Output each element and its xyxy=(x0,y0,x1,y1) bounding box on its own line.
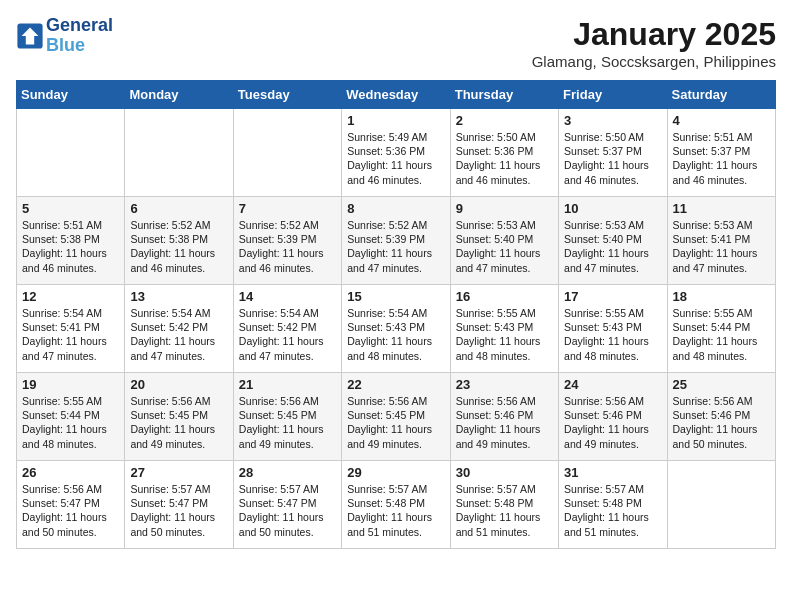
day-number: 19 xyxy=(22,377,119,392)
calendar-cell: 23Sunrise: 5:56 AM Sunset: 5:46 PM Dayli… xyxy=(450,373,558,461)
day-number: 9 xyxy=(456,201,553,216)
calendar-cell: 13Sunrise: 5:54 AM Sunset: 5:42 PM Dayli… xyxy=(125,285,233,373)
calendar-cell: 11Sunrise: 5:53 AM Sunset: 5:41 PM Dayli… xyxy=(667,197,775,285)
day-number: 22 xyxy=(347,377,444,392)
day-info: Sunrise: 5:52 AM Sunset: 5:39 PM Dayligh… xyxy=(239,218,336,275)
calendar-week-row: 12Sunrise: 5:54 AM Sunset: 5:41 PM Dayli… xyxy=(17,285,776,373)
day-number: 31 xyxy=(564,465,661,480)
day-info: Sunrise: 5:53 AM Sunset: 5:41 PM Dayligh… xyxy=(673,218,770,275)
calendar-cell: 8Sunrise: 5:52 AM Sunset: 5:39 PM Daylig… xyxy=(342,197,450,285)
day-number: 27 xyxy=(130,465,227,480)
calendar-cell: 12Sunrise: 5:54 AM Sunset: 5:41 PM Dayli… xyxy=(17,285,125,373)
day-info: Sunrise: 5:56 AM Sunset: 5:46 PM Dayligh… xyxy=(673,394,770,451)
day-number: 17 xyxy=(564,289,661,304)
day-number: 13 xyxy=(130,289,227,304)
logo: GeneralBlue xyxy=(16,16,113,56)
title-area: January 2025 Glamang, Soccsksargen, Phil… xyxy=(532,16,776,70)
day-info: Sunrise: 5:49 AM Sunset: 5:36 PM Dayligh… xyxy=(347,130,444,187)
calendar-cell xyxy=(667,461,775,549)
calendar-cell: 14Sunrise: 5:54 AM Sunset: 5:42 PM Dayli… xyxy=(233,285,341,373)
day-info: Sunrise: 5:57 AM Sunset: 5:48 PM Dayligh… xyxy=(456,482,553,539)
calendar-cell: 22Sunrise: 5:56 AM Sunset: 5:45 PM Dayli… xyxy=(342,373,450,461)
calendar-cell: 19Sunrise: 5:55 AM Sunset: 5:44 PM Dayli… xyxy=(17,373,125,461)
day-info: Sunrise: 5:53 AM Sunset: 5:40 PM Dayligh… xyxy=(456,218,553,275)
day-info: Sunrise: 5:54 AM Sunset: 5:42 PM Dayligh… xyxy=(239,306,336,363)
weekday-header-wednesday: Wednesday xyxy=(342,81,450,109)
weekday-header-friday: Friday xyxy=(559,81,667,109)
day-info: Sunrise: 5:56 AM Sunset: 5:45 PM Dayligh… xyxy=(239,394,336,451)
day-number: 7 xyxy=(239,201,336,216)
day-info: Sunrise: 5:55 AM Sunset: 5:44 PM Dayligh… xyxy=(673,306,770,363)
calendar-cell: 4Sunrise: 5:51 AM Sunset: 5:37 PM Daylig… xyxy=(667,109,775,197)
calendar-week-row: 26Sunrise: 5:56 AM Sunset: 5:47 PM Dayli… xyxy=(17,461,776,549)
calendar-week-row: 1Sunrise: 5:49 AM Sunset: 5:36 PM Daylig… xyxy=(17,109,776,197)
day-info: Sunrise: 5:53 AM Sunset: 5:40 PM Dayligh… xyxy=(564,218,661,275)
calendar-cell: 15Sunrise: 5:54 AM Sunset: 5:43 PM Dayli… xyxy=(342,285,450,373)
calendar-cell: 9Sunrise: 5:53 AM Sunset: 5:40 PM Daylig… xyxy=(450,197,558,285)
day-number: 28 xyxy=(239,465,336,480)
weekday-header-monday: Monday xyxy=(125,81,233,109)
day-number: 26 xyxy=(22,465,119,480)
day-number: 20 xyxy=(130,377,227,392)
calendar-week-row: 5Sunrise: 5:51 AM Sunset: 5:38 PM Daylig… xyxy=(17,197,776,285)
logo-icon xyxy=(16,22,44,50)
calendar-cell: 7Sunrise: 5:52 AM Sunset: 5:39 PM Daylig… xyxy=(233,197,341,285)
day-info: Sunrise: 5:54 AM Sunset: 5:41 PM Dayligh… xyxy=(22,306,119,363)
day-info: Sunrise: 5:51 AM Sunset: 5:38 PM Dayligh… xyxy=(22,218,119,275)
day-info: Sunrise: 5:54 AM Sunset: 5:42 PM Dayligh… xyxy=(130,306,227,363)
day-number: 15 xyxy=(347,289,444,304)
day-info: Sunrise: 5:57 AM Sunset: 5:48 PM Dayligh… xyxy=(347,482,444,539)
weekday-header-row: SundayMondayTuesdayWednesdayThursdayFrid… xyxy=(17,81,776,109)
day-number: 24 xyxy=(564,377,661,392)
day-info: Sunrise: 5:57 AM Sunset: 5:48 PM Dayligh… xyxy=(564,482,661,539)
day-info: Sunrise: 5:50 AM Sunset: 5:36 PM Dayligh… xyxy=(456,130,553,187)
calendar-cell xyxy=(17,109,125,197)
day-number: 18 xyxy=(673,289,770,304)
day-info: Sunrise: 5:51 AM Sunset: 5:37 PM Dayligh… xyxy=(673,130,770,187)
day-number: 2 xyxy=(456,113,553,128)
calendar-cell: 1Sunrise: 5:49 AM Sunset: 5:36 PM Daylig… xyxy=(342,109,450,197)
calendar-cell xyxy=(233,109,341,197)
day-number: 29 xyxy=(347,465,444,480)
weekday-header-saturday: Saturday xyxy=(667,81,775,109)
calendar-cell: 21Sunrise: 5:56 AM Sunset: 5:45 PM Dayli… xyxy=(233,373,341,461)
day-number: 3 xyxy=(564,113,661,128)
calendar-cell: 17Sunrise: 5:55 AM Sunset: 5:43 PM Dayli… xyxy=(559,285,667,373)
weekday-header-thursday: Thursday xyxy=(450,81,558,109)
calendar-cell: 26Sunrise: 5:56 AM Sunset: 5:47 PM Dayli… xyxy=(17,461,125,549)
calendar-cell: 3Sunrise: 5:50 AM Sunset: 5:37 PM Daylig… xyxy=(559,109,667,197)
day-info: Sunrise: 5:52 AM Sunset: 5:39 PM Dayligh… xyxy=(347,218,444,275)
calendar-cell: 28Sunrise: 5:57 AM Sunset: 5:47 PM Dayli… xyxy=(233,461,341,549)
day-number: 25 xyxy=(673,377,770,392)
day-info: Sunrise: 5:55 AM Sunset: 5:43 PM Dayligh… xyxy=(456,306,553,363)
calendar-week-row: 19Sunrise: 5:55 AM Sunset: 5:44 PM Dayli… xyxy=(17,373,776,461)
location-subtitle: Glamang, Soccsksargen, Philippines xyxy=(532,53,776,70)
day-number: 1 xyxy=(347,113,444,128)
weekday-header-tuesday: Tuesday xyxy=(233,81,341,109)
day-info: Sunrise: 5:57 AM Sunset: 5:47 PM Dayligh… xyxy=(130,482,227,539)
day-number: 10 xyxy=(564,201,661,216)
month-title: January 2025 xyxy=(532,16,776,53)
calendar-cell: 5Sunrise: 5:51 AM Sunset: 5:38 PM Daylig… xyxy=(17,197,125,285)
calendar-cell: 25Sunrise: 5:56 AM Sunset: 5:46 PM Dayli… xyxy=(667,373,775,461)
day-info: Sunrise: 5:54 AM Sunset: 5:43 PM Dayligh… xyxy=(347,306,444,363)
day-number: 21 xyxy=(239,377,336,392)
day-info: Sunrise: 5:56 AM Sunset: 5:47 PM Dayligh… xyxy=(22,482,119,539)
calendar-cell: 30Sunrise: 5:57 AM Sunset: 5:48 PM Dayli… xyxy=(450,461,558,549)
day-info: Sunrise: 5:55 AM Sunset: 5:44 PM Dayligh… xyxy=(22,394,119,451)
day-info: Sunrise: 5:56 AM Sunset: 5:46 PM Dayligh… xyxy=(456,394,553,451)
day-info: Sunrise: 5:57 AM Sunset: 5:47 PM Dayligh… xyxy=(239,482,336,539)
calendar-cell: 18Sunrise: 5:55 AM Sunset: 5:44 PM Dayli… xyxy=(667,285,775,373)
day-number: 8 xyxy=(347,201,444,216)
day-number: 14 xyxy=(239,289,336,304)
calendar-cell: 31Sunrise: 5:57 AM Sunset: 5:48 PM Dayli… xyxy=(559,461,667,549)
calendar-cell: 10Sunrise: 5:53 AM Sunset: 5:40 PM Dayli… xyxy=(559,197,667,285)
calendar-cell: 20Sunrise: 5:56 AM Sunset: 5:45 PM Dayli… xyxy=(125,373,233,461)
calendar-cell: 2Sunrise: 5:50 AM Sunset: 5:36 PM Daylig… xyxy=(450,109,558,197)
day-info: Sunrise: 5:56 AM Sunset: 5:46 PM Dayligh… xyxy=(564,394,661,451)
day-number: 16 xyxy=(456,289,553,304)
logo-text: GeneralBlue xyxy=(46,16,113,56)
calendar-cell: 24Sunrise: 5:56 AM Sunset: 5:46 PM Dayli… xyxy=(559,373,667,461)
calendar-cell: 29Sunrise: 5:57 AM Sunset: 5:48 PM Dayli… xyxy=(342,461,450,549)
calendar-table: SundayMondayTuesdayWednesdayThursdayFrid… xyxy=(16,80,776,549)
